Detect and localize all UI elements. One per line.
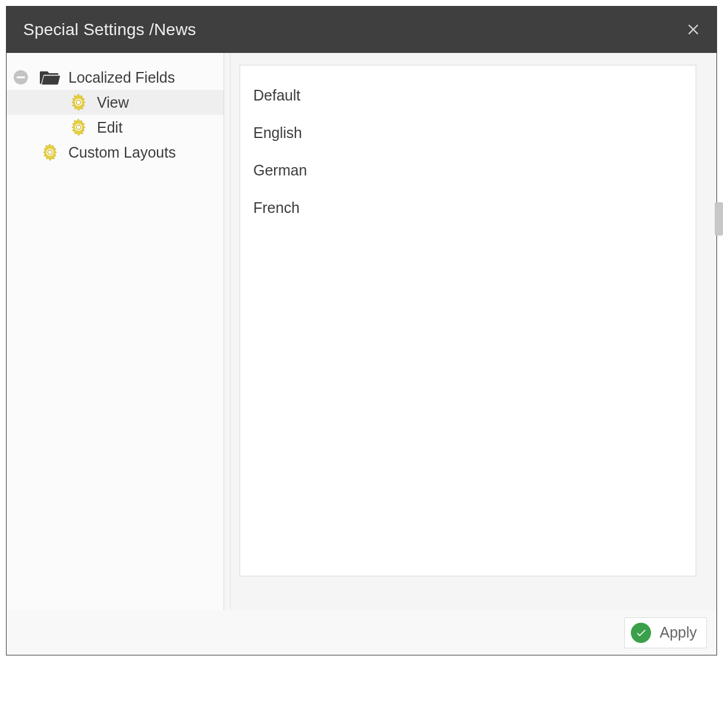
folder-open-icon <box>40 70 60 85</box>
tree-label: Localized Fields <box>68 69 175 86</box>
tree-label: Custom Layouts <box>68 144 176 161</box>
main-panel: Default English German French <box>235 53 716 610</box>
tree-item-custom-layouts[interactable]: Custom Layouts <box>7 140 224 165</box>
apply-button[interactable]: Apply <box>624 617 707 648</box>
dialog-title: Special Settings /News <box>23 20 196 39</box>
list-item[interactable]: Default <box>253 79 683 116</box>
gear-icon <box>68 92 89 112</box>
collapse-icon[interactable] <box>14 70 28 84</box>
gear-icon <box>68 117 89 137</box>
tree-label: Edit <box>97 119 122 136</box>
language-list: Default English German French <box>240 65 696 576</box>
panel-splitter[interactable] <box>224 53 235 610</box>
dialog-header: Special Settings /News <box>7 7 716 53</box>
close-icon[interactable] <box>686 21 701 39</box>
scrollbar-thumb[interactable] <box>715 202 723 236</box>
tree-label: View <box>97 94 129 111</box>
list-item[interactable]: German <box>253 153 683 191</box>
tree-item-view[interactable]: View <box>7 90 224 115</box>
tree-item-edit[interactable]: Edit <box>7 115 224 140</box>
check-circle-icon <box>631 623 651 643</box>
sidebar-tree: Localized Fields View <box>7 53 224 610</box>
dialog-footer: Apply <box>7 610 716 655</box>
special-settings-dialog: Special Settings /News Localized Fields <box>6 6 717 655</box>
apply-button-label: Apply <box>659 624 697 641</box>
gear-icon <box>40 142 60 162</box>
tree-item-localized-fields[interactable]: Localized Fields <box>7 65 224 90</box>
list-item[interactable]: French <box>253 191 683 228</box>
dialog-body: Localized Fields View <box>7 53 716 610</box>
list-item[interactable]: English <box>253 116 683 153</box>
